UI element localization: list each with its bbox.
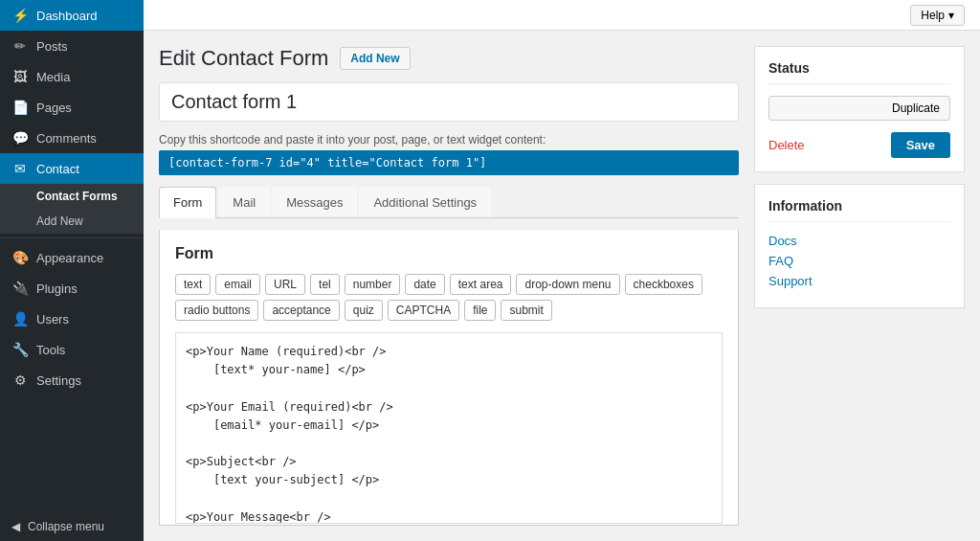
docs-link[interactable]: Docs (768, 234, 950, 248)
tag-button-drop-down-menu[interactable]: drop-down menu (516, 274, 619, 295)
plugins-icon: 🔌 (11, 281, 29, 296)
tag-button-radio-buttons[interactable]: radio buttons (175, 300, 258, 321)
support-link[interactable]: Support (768, 274, 950, 288)
sidebar-item-contact-forms[interactable]: Contact Forms (0, 184, 144, 209)
settings-icon: ⚙ (11, 372, 29, 388)
tag-button-captcha[interactable]: CAPTCHA (388, 300, 459, 321)
tag-button-quiz[interactable]: quiz (345, 300, 383, 321)
sidebar-item-settings[interactable]: ⚙ Settings (0, 365, 144, 395)
sidebar-item-media[interactable]: 🖼 Media (0, 61, 144, 92)
tag-button-url[interactable]: URL (265, 274, 305, 295)
tab-additional-settings[interactable]: Additional Settings (359, 187, 491, 217)
sidebar-item-label: Dashboard (36, 9, 98, 23)
sidebar-item-label: Media (36, 70, 70, 84)
sidebar-item-posts[interactable]: ✏ Posts (0, 31, 144, 61)
tag-button-date[interactable]: date (405, 274, 444, 295)
information-box: Information Docs FAQ Support (754, 184, 965, 308)
info-box-title: Information (768, 198, 950, 222)
tag-button-email[interactable]: email (215, 274, 260, 295)
media-icon: 🖼 (11, 69, 29, 84)
form-editor-title: Form (175, 245, 723, 262)
shortcode-area: Copy this shortcode and paste it into yo… (159, 133, 739, 175)
page-header: Edit Contact Form Add New (159, 46, 739, 71)
contact-submenu: Contact Forms Add New (0, 184, 144, 234)
sidebar-item-label: Users (36, 312, 69, 327)
sidebar-item-label: Pages (36, 101, 72, 115)
shortcode-label: Copy this shortcode and paste it into yo… (159, 133, 739, 147)
sidebar-item-label: Settings (36, 373, 81, 388)
status-box-title: Status (768, 60, 950, 84)
sidebar-item-plugins[interactable]: 🔌 Plugins (0, 273, 144, 304)
appearance-icon: 🎨 (11, 250, 29, 265)
save-button[interactable]: Save (891, 132, 950, 158)
content-area: Edit Contact Form Add New Copy this shor… (144, 31, 980, 541)
sidebar-item-label: Contact (36, 162, 79, 176)
tag-button-tel[interactable]: tel (310, 274, 340, 295)
sidebar-item-add-new[interactable]: Add New (0, 209, 144, 234)
collapse-label: Collapse menu (28, 520, 104, 533)
tag-button-checkboxes[interactable]: checkboxes (625, 274, 702, 295)
tag-buttons-area: textemailURLtelnumberdatetext areadrop-d… (175, 274, 723, 321)
dashboard-icon: ⚡ (11, 8, 29, 23)
status-actions: Delete Save (768, 132, 950, 158)
tag-button-text[interactable]: text (175, 274, 211, 295)
tab-mail[interactable]: Mail (218, 187, 270, 217)
duplicate-button[interactable]: Duplicate (768, 96, 950, 121)
main-area: Help ▾ Edit Contact Form Add New Copy th… (144, 0, 980, 541)
shortcode-value[interactable]: [contact-form-7 id="4" title="Contact fo… (159, 150, 739, 175)
page-title: Edit Contact Form (159, 46, 328, 71)
tag-button-number[interactable]: number (345, 274, 401, 295)
tag-button-text-area[interactable]: text area (450, 274, 512, 295)
tag-button-file[interactable]: file (464, 300, 496, 321)
tag-button-acceptance[interactable]: acceptance (263, 300, 339, 321)
sidebar-item-label: Posts (36, 39, 68, 54)
form-name-input[interactable] (159, 82, 739, 122)
sidebar-item-label: Tools (36, 343, 65, 357)
sidebar-item-pages[interactable]: 📄 Pages (0, 92, 144, 123)
divider (0, 237, 144, 238)
tools-icon: 🔧 (11, 342, 29, 357)
sidebar-item-dashboard[interactable]: ⚡ Dashboard (0, 0, 144, 31)
comments-icon: 💬 (11, 130, 29, 146)
status-box: Status Duplicate Delete Save (754, 46, 965, 172)
sidebar: ⚡ Dashboard ✏ Posts 🖼 Media 📄 Pages 💬 Co… (0, 0, 144, 541)
sidebar-item-label: Comments (36, 131, 97, 146)
right-sidebar: Status Duplicate Delete Save Information… (754, 46, 965, 526)
sidebar-item-appearance[interactable]: 🎨 Appearance (0, 242, 144, 273)
form-code-editor[interactable] (175, 332, 723, 524)
faq-link[interactable]: FAQ (768, 254, 950, 268)
main-panel: Edit Contact Form Add New Copy this shor… (159, 46, 739, 526)
tab-messages[interactable]: Messages (272, 187, 357, 217)
topbar: Help ▾ (144, 0, 980, 31)
collapse-icon: ◀ (11, 520, 20, 533)
sidebar-item-users[interactable]: 👤 Users (0, 304, 144, 334)
add-new-button[interactable]: Add New (340, 47, 410, 70)
chevron-down-icon: ▾ (948, 9, 954, 22)
sidebar-item-comments[interactable]: 💬 Comments (0, 123, 144, 153)
sidebar-item-label: Plugins (36, 282, 78, 296)
tab-bar: Form Mail Messages Additional Settings (159, 187, 739, 218)
sidebar-item-label: Appearance (36, 251, 103, 265)
sidebar-item-contact[interactable]: ✉ Contact (0, 153, 144, 184)
sidebar-item-tools[interactable]: 🔧 Tools (0, 334, 144, 365)
collapse-menu-button[interactable]: ◀ Collapse menu (0, 512, 144, 541)
tag-button-submit[interactable]: submit (501, 300, 551, 321)
delete-link[interactable]: Delete (768, 138, 805, 152)
contact-icon: ✉ (11, 161, 29, 176)
posts-icon: ✏ (11, 38, 29, 54)
form-editor: Form textemailURLtelnumberdatetext aread… (159, 230, 739, 526)
help-button[interactable]: Help ▾ (910, 5, 965, 26)
pages-icon: 📄 (11, 100, 29, 115)
users-icon: 👤 (11, 311, 29, 327)
tab-form[interactable]: Form (159, 187, 216, 218)
